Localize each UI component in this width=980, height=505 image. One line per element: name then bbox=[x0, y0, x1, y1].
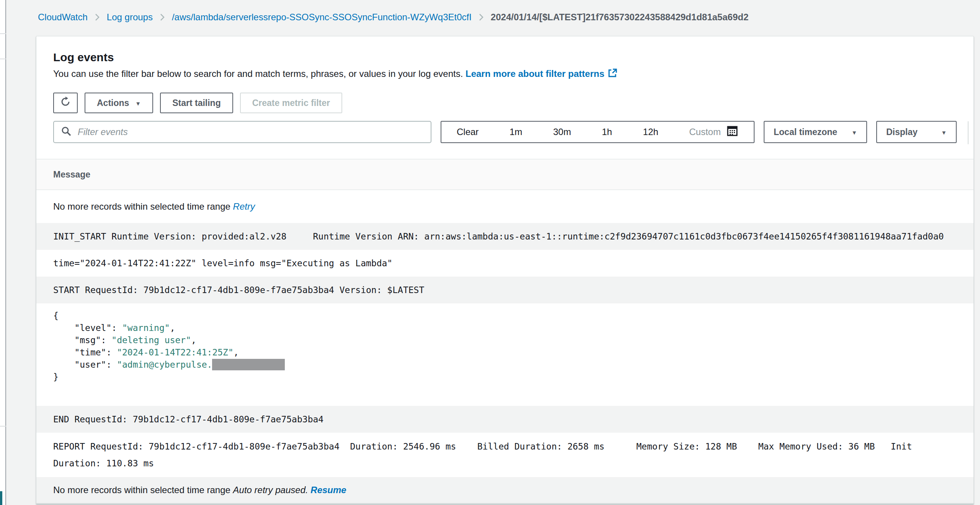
log-row: REPORT RequestId: 79b1dc12-cf17-4db1-809… bbox=[36, 433, 973, 477]
breadcrumb-current: 2024/01/14/[$LATEST]21f76357302243588429… bbox=[491, 11, 748, 23]
left-rail bbox=[0, 0, 6, 505]
caret-down-icon: ▼ bbox=[135, 101, 141, 106]
time-range-1m[interactable]: 1m bbox=[510, 127, 522, 137]
json-line: "msg": "deleting user", bbox=[53, 334, 973, 346]
resume-link[interactable]: Resume bbox=[310, 485, 346, 495]
calendar-icon bbox=[726, 125, 738, 139]
notice-row: No more records within selected time ran… bbox=[36, 190, 973, 223]
time-range-30m[interactable]: 30m bbox=[553, 127, 571, 137]
time-range-12h[interactable]: 12h bbox=[643, 127, 658, 137]
log-row: { "level": "warning", "msg": "deleting u… bbox=[36, 303, 973, 406]
timezone-dropdown[interactable]: Local timezone▼ bbox=[764, 121, 867, 143]
learn-more-link[interactable]: Learn more about filter patterns bbox=[466, 68, 617, 79]
toolbar: Actions▼ Start tailing Create metric fil… bbox=[53, 93, 957, 113]
json-plain: "user": bbox=[53, 360, 117, 370]
actions-button[interactable]: Actions▼ bbox=[85, 93, 153, 113]
breadcrumb-link[interactable]: /aws/lambda/serverlessrepo-SSOSync-SSOSy… bbox=[172, 11, 472, 23]
json-string-value: "deleting user" bbox=[111, 335, 191, 345]
time-range-1h[interactable]: 1h bbox=[602, 127, 612, 137]
log-row: END RequestId: 79b1dc12-cf17-4db1-809e-f… bbox=[36, 406, 973, 433]
json-string-value: "admin@cyberpulse. bbox=[117, 360, 212, 370]
rail-divider bbox=[0, 33, 6, 34]
log-row: time="2024-01-14T22:41:22Z" level=info m… bbox=[36, 250, 973, 277]
refresh-button[interactable] bbox=[53, 93, 78, 113]
notice-status-text: Auto retry paused. bbox=[233, 485, 311, 495]
page-description: You can use the filter bar below to sear… bbox=[53, 68, 957, 81]
json-plain: "level": bbox=[53, 323, 122, 333]
log-rows: No more records within selected time ran… bbox=[36, 190, 973, 504]
json-line: "level": "warning", bbox=[53, 322, 973, 334]
breadcrumb-chevron-icon bbox=[479, 13, 484, 22]
breadcrumb-link[interactable]: Log groups bbox=[107, 11, 153, 23]
external-link-icon bbox=[608, 68, 617, 81]
start-tailing-button[interactable]: Start tailing bbox=[160, 93, 233, 113]
bottom-left-accent bbox=[0, 491, 2, 505]
breadcrumb-chevron-icon bbox=[95, 13, 100, 22]
message-column-header: Message bbox=[36, 159, 973, 190]
json-plain: { bbox=[53, 311, 59, 321]
search-box bbox=[53, 121, 431, 143]
breadcrumb: CloudWatchLog groups/aws/lambda/serverle… bbox=[38, 11, 748, 23]
notice-text: No more records within selected time ran… bbox=[53, 201, 233, 212]
json-plain: "time": bbox=[53, 347, 117, 357]
caret-down-icon: ▼ bbox=[941, 130, 947, 135]
refresh-icon bbox=[60, 96, 71, 110]
log-table: Message No more records within selected … bbox=[36, 159, 973, 504]
caret-down-icon: ▼ bbox=[851, 130, 857, 135]
scroll-divider bbox=[968, 121, 969, 144]
json-plain: , bbox=[191, 335, 196, 345]
json-line: } bbox=[53, 371, 973, 383]
time-range-clear[interactable]: Clear bbox=[457, 127, 479, 137]
json-string-value: "2024-01-14T22:41:25Z" bbox=[117, 347, 234, 357]
notice-text: No more records within selected time ran… bbox=[53, 485, 233, 495]
rail-divider bbox=[0, 426, 6, 427]
json-plain: } bbox=[53, 372, 59, 382]
log-events-panel: Log events You can use the filter bar be… bbox=[36, 36, 974, 504]
redaction-overlay bbox=[212, 359, 285, 370]
json-line: "time": "2024-01-14T22:41:25Z", bbox=[53, 346, 973, 358]
create-metric-filter-button[interactable]: Create metric filter bbox=[240, 93, 342, 113]
log-row: INIT_START Runtime Version: provided:al2… bbox=[36, 223, 973, 250]
description-text: You can use the filter bar below to sear… bbox=[53, 68, 463, 79]
notice-row: No more records within selected time ran… bbox=[36, 477, 973, 504]
time-range-group: Clear1m30m1h12h Custom bbox=[441, 121, 755, 143]
search-input[interactable] bbox=[77, 126, 424, 138]
breadcrumb-chevron-icon bbox=[160, 13, 165, 22]
json-plain: , bbox=[170, 323, 175, 333]
breadcrumb-link[interactable]: CloudWatch bbox=[38, 11, 88, 23]
json-plain: , bbox=[234, 347, 239, 357]
display-dropdown[interactable]: Display▼ bbox=[876, 121, 957, 143]
json-line: "user": "admin@cyberpulse. bbox=[53, 358, 973, 371]
json-line: { bbox=[53, 310, 973, 322]
rail-divider bbox=[0, 59, 6, 59]
json-string-value: "warning" bbox=[122, 323, 170, 333]
retry-link[interactable]: Retry bbox=[233, 201, 255, 212]
search-icon bbox=[61, 126, 72, 138]
log-row: START RequestId: 79b1dc12-cf17-4db1-809e… bbox=[36, 277, 973, 303]
page-title: Log events bbox=[53, 50, 957, 65]
json-plain: "msg": bbox=[53, 335, 111, 345]
filter-bar: Clear1m30m1h12h Custom Local timezone▼ D… bbox=[53, 121, 957, 143]
custom-range-button[interactable]: Custom bbox=[689, 125, 738, 139]
